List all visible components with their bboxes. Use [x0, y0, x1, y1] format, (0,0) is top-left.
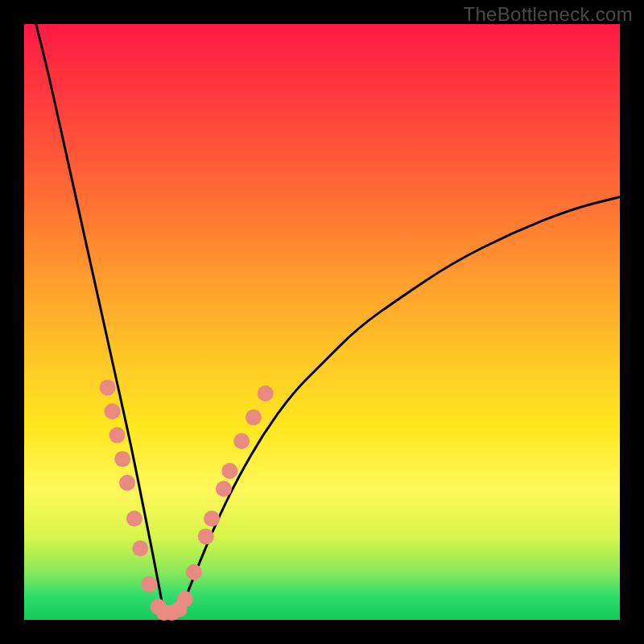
chart-frame: TheBottleneck.com — [0, 0, 644, 644]
marker-dot — [233, 433, 250, 449]
plot-area — [24, 24, 620, 620]
marker-dot — [114, 451, 130, 467]
marker-dot — [132, 540, 148, 556]
marker-dot — [258, 386, 274, 402]
marker-dot — [141, 576, 157, 592]
curve-layer — [24, 24, 620, 620]
marker-dot — [216, 481, 232, 497]
watermark-text: TheBottleneck.com — [463, 3, 633, 26]
marker-dot — [177, 591, 193, 607]
marker-dot — [186, 564, 202, 580]
marker-dot — [105, 403, 121, 419]
marker-dot — [246, 409, 262, 425]
marker-dot — [204, 510, 220, 526]
marker-dot — [119, 475, 135, 491]
marker-dot — [126, 510, 142, 526]
marker-dot — [198, 528, 214, 544]
marker-dot — [109, 427, 125, 444]
curve-left-branch — [36, 24, 164, 614]
marker-dot — [221, 463, 237, 479]
marker-dot — [100, 379, 116, 395]
curve-right-branch — [179, 197, 620, 614]
